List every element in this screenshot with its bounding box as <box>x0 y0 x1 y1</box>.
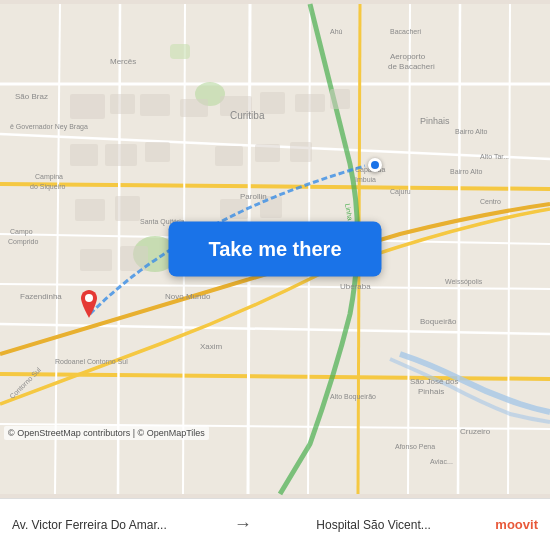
svg-text:Alto Boqueirão: Alto Boqueirão <box>330 393 376 401</box>
svg-rect-41 <box>120 246 148 271</box>
svg-text:Centro: Centro <box>480 198 501 205</box>
svg-rect-24 <box>140 94 170 116</box>
svg-text:Boqueirão: Boqueirão <box>420 317 457 326</box>
svg-text:Campina: Campina <box>35 173 63 181</box>
svg-rect-30 <box>70 144 98 166</box>
svg-text:Bairro Alto: Bairro Alto <box>450 168 482 175</box>
svg-text:Pinhais: Pinhais <box>420 116 450 126</box>
svg-rect-37 <box>115 196 140 221</box>
svg-text:Aviac...: Aviac... <box>430 458 453 465</box>
svg-text:Cajuru: Cajuru <box>390 188 411 196</box>
destination-marker <box>78 290 100 318</box>
svg-text:Bairro Alto: Bairro Alto <box>455 128 487 135</box>
svg-rect-32 <box>145 142 170 162</box>
svg-text:Campo: Campo <box>10 228 33 236</box>
svg-text:Mercês: Mercês <box>110 57 136 66</box>
svg-text:ê Governador Ney Braga: ê Governador Ney Braga <box>10 123 88 131</box>
svg-text:Fazendinha: Fazendinha <box>20 292 62 301</box>
svg-rect-31 <box>105 144 137 166</box>
svg-text:Cruzeiro: Cruzeiro <box>460 427 491 436</box>
svg-rect-28 <box>295 94 325 112</box>
origin-marker <box>368 158 382 172</box>
svg-rect-34 <box>255 144 280 162</box>
svg-text:Novo Mundo: Novo Mundo <box>165 292 211 301</box>
take-me-there-button[interactable]: Take me there <box>168 222 381 277</box>
svg-rect-23 <box>110 94 135 114</box>
svg-text:Pinhais: Pinhais <box>418 387 444 396</box>
svg-text:Bacacheri: Bacacheri <box>390 28 422 35</box>
svg-text:São José dos: São José dos <box>410 377 458 386</box>
svg-text:Parollin: Parollin <box>240 192 267 201</box>
moovit-logo: moovit <box>495 517 538 532</box>
svg-text:Curitiba: Curitiba <box>230 110 265 121</box>
svg-rect-35 <box>290 142 312 162</box>
svg-text:São Braz: São Braz <box>15 92 48 101</box>
svg-text:Uberaba: Uberaba <box>340 282 371 291</box>
svg-text:Alto Tar...: Alto Tar... <box>480 153 509 160</box>
svg-text:Imbuia: Imbuia <box>355 176 376 183</box>
svg-text:de Bacacheri: de Bacacheri <box>388 62 435 71</box>
svg-text:Rodoanel Contorno Sul: Rodoanel Contorno Sul <box>55 358 128 365</box>
svg-text:do Siqueiro: do Siqueiro <box>30 183 66 191</box>
route-to-label: Hospital São Vicent... <box>274 518 474 532</box>
svg-text:Comprido: Comprido <box>8 238 38 246</box>
svg-rect-22 <box>70 94 105 119</box>
app-container: Curitiba Aeroporto de Bacacheri Pinhais … <box>0 0 550 550</box>
svg-point-83 <box>85 294 93 302</box>
svg-text:Xaxim: Xaxim <box>200 342 223 351</box>
svg-rect-36 <box>75 199 105 221</box>
route-arrow-icon: → <box>234 514 252 535</box>
svg-text:Afonso Pena: Afonso Pena <box>395 443 435 450</box>
moovit-logo-text: moovit <box>495 517 538 532</box>
route-from-label: Av. Victor Ferreira Do Amar... <box>12 518 212 532</box>
svg-rect-21 <box>170 44 190 59</box>
svg-rect-25 <box>180 99 208 117</box>
svg-text:Aeroporto: Aeroporto <box>390 52 426 61</box>
map-container: Curitiba Aeroporto de Bacacheri Pinhais … <box>0 0 550 498</box>
svg-rect-40 <box>80 249 112 271</box>
map-attribution: © OpenStreetMap contributors | © OpenMap… <box>4 426 209 440</box>
svg-rect-33 <box>215 146 243 166</box>
bottom-bar: Av. Victor Ferreira Do Amar... → Hospita… <box>0 498 550 550</box>
svg-text:Ahú: Ahú <box>330 28 343 35</box>
svg-text:Weissópolis: Weissópolis <box>445 278 483 286</box>
svg-rect-29 <box>330 89 350 109</box>
